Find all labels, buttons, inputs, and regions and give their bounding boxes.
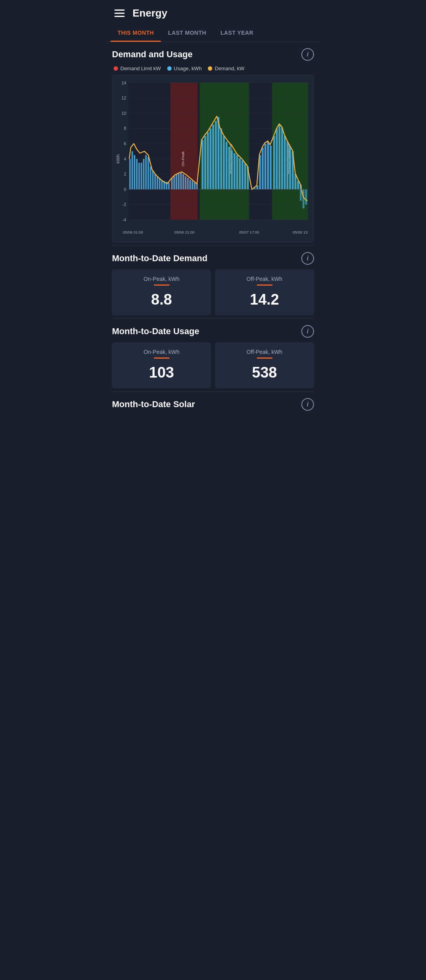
legend-label-demand-limit: Demand Limit kW [120, 65, 161, 71]
legend-label-usage: Usage, kWh [174, 65, 202, 71]
month-solar-header: Month-to-Date Solar i [112, 398, 314, 411]
svg-text:05/06 01:00: 05/06 01:00 [123, 230, 143, 234]
svg-rect-86 [276, 128, 278, 189]
menu-button[interactable] [114, 9, 125, 17]
svg-rect-48 [174, 176, 175, 189]
svg-rect-61 [207, 132, 209, 189]
svg-rect-84 [270, 146, 272, 189]
svg-rect-66 [220, 128, 222, 189]
legend-demand-limit: Demand Limit kW [114, 65, 161, 71]
demand-on-peak-divider [154, 284, 170, 286]
svg-rect-41 [157, 176, 158, 189]
chart-svg: kWh On-Peak Holiday/Weekend Holiday/Week… [114, 79, 312, 239]
svg-text:6: 6 [124, 141, 126, 146]
svg-rect-49 [176, 174, 177, 189]
tab-last-month[interactable]: LAST MONTH [161, 24, 213, 41]
svg-rect-38 [150, 166, 151, 189]
month-demand-info-button[interactable]: i [301, 252, 314, 265]
usage-off-peak-card: Off-Peak, kWh 538 [215, 342, 314, 388]
svg-rect-65 [218, 117, 220, 189]
svg-rect-56 [192, 181, 193, 189]
month-demand-title: Month-to-Date Demand [112, 253, 207, 264]
month-solar-title: Month-to-Date Solar [112, 399, 195, 410]
usage-on-peak-card: On-Peak, kWh 103 [112, 342, 211, 388]
svg-rect-72 [236, 155, 238, 189]
svg-rect-73 [239, 158, 241, 189]
svg-text:4: 4 [124, 157, 126, 161]
svg-rect-47 [171, 178, 173, 189]
legend-dot-demand-limit [114, 66, 118, 71]
svg-rect-62 [209, 128, 211, 189]
month-usage-section: Month-to-Date Usage i On-Peak, kWh 103 O… [106, 319, 320, 391]
usage-off-peak-label: Off-Peak, kWh [247, 349, 282, 355]
usage-off-peak-divider [257, 357, 273, 359]
tab-this-month[interactable]: THIS MONTH [110, 24, 161, 41]
svg-rect-55 [189, 180, 191, 189]
app-title: Energy [133, 7, 167, 19]
chart-svg-wrapper: kWh On-Peak Holiday/Weekend Holiday/Week… [114, 79, 312, 240]
svg-rect-37 [148, 157, 149, 189]
demand-off-peak-value: 14.2 [250, 291, 279, 308]
demand-usage-chart[interactable]: kWh On-Peak Holiday/Weekend Holiday/Week… [112, 75, 314, 242]
month-usage-info-button[interactable]: i [301, 325, 314, 338]
month-demand-header: Month-to-Date Demand i [112, 252, 314, 265]
demand-on-peak-card: On-Peak, kWh 8.8 [112, 269, 211, 315]
svg-rect-50 [178, 173, 179, 189]
legend-dot-usage [167, 66, 172, 71]
svg-rect-70 [231, 150, 233, 189]
month-usage-header: Month-to-Date Usage i [112, 325, 314, 338]
svg-rect-90 [286, 142, 288, 189]
demand-on-peak-value: 8.8 [151, 291, 172, 308]
svg-rect-69 [228, 147, 230, 189]
month-solar-info-button[interactable]: i [301, 398, 314, 411]
svg-text:12: 12 [121, 95, 126, 100]
usage-on-peak-value: 103 [149, 364, 174, 381]
svg-rect-67 [223, 136, 225, 189]
svg-rect-89 [284, 136, 286, 189]
header: Energy [106, 0, 320, 24]
svg-text:2: 2 [124, 172, 126, 176]
svg-rect-75 [244, 163, 246, 189]
svg-rect-81 [262, 148, 264, 189]
svg-rect-82 [264, 144, 266, 189]
demand-usage-header: Demand and Usage i [112, 48, 314, 61]
tab-bar: THIS MONTH LAST MONTH LAST YEAR [106, 24, 320, 42]
legend-dot-demand [208, 66, 212, 71]
svg-rect-83 [267, 142, 269, 189]
svg-rect-59 [202, 140, 204, 189]
demand-off-peak-card: Off-Peak, kWh 14.2 [215, 269, 314, 315]
svg-rect-51 [180, 172, 182, 189]
tab-last-year[interactable]: LAST YEAR [213, 24, 261, 41]
svg-rect-98 [305, 189, 307, 205]
svg-text:0: 0 [124, 187, 126, 192]
svg-rect-74 [241, 161, 243, 189]
svg-rect-54 [187, 178, 189, 189]
svg-rect-63 [212, 125, 214, 189]
demand-off-peak-divider [257, 284, 273, 286]
svg-rect-60 [204, 136, 206, 189]
month-solar-section: Month-to-Date Solar i [106, 392, 320, 419]
svg-rect-3 [170, 83, 198, 220]
usage-on-peak-label: On-Peak, kWh [144, 349, 179, 355]
svg-rect-39 [152, 170, 154, 189]
usage-off-peak-value: 538 [252, 364, 277, 381]
svg-rect-31 [134, 155, 135, 189]
legend-usage: Usage, kWh [167, 65, 202, 71]
svg-rect-29 [129, 159, 131, 189]
svg-text:05/06 21:00: 05/06 21:00 [174, 230, 194, 234]
svg-rect-33 [138, 163, 140, 189]
demand-usage-title: Demand and Usage [112, 49, 192, 60]
svg-rect-91 [289, 147, 291, 189]
svg-text:kWh: kWh [116, 154, 120, 163]
svg-text:8: 8 [124, 126, 126, 131]
usage-on-peak-divider [154, 357, 170, 359]
svg-text:05/08 13:: 05/08 13: [293, 230, 308, 234]
svg-rect-94 [297, 181, 299, 189]
demand-usage-info-button[interactable]: i [301, 48, 314, 61]
svg-rect-34 [141, 163, 142, 189]
svg-rect-71 [234, 153, 235, 189]
svg-text:14: 14 [121, 80, 126, 85]
legend-label-demand: Demand, kW [215, 65, 244, 71]
chart-legend: Demand Limit kW Usage, kWh Demand, kW [112, 65, 314, 71]
svg-text:-2: -2 [122, 202, 126, 207]
